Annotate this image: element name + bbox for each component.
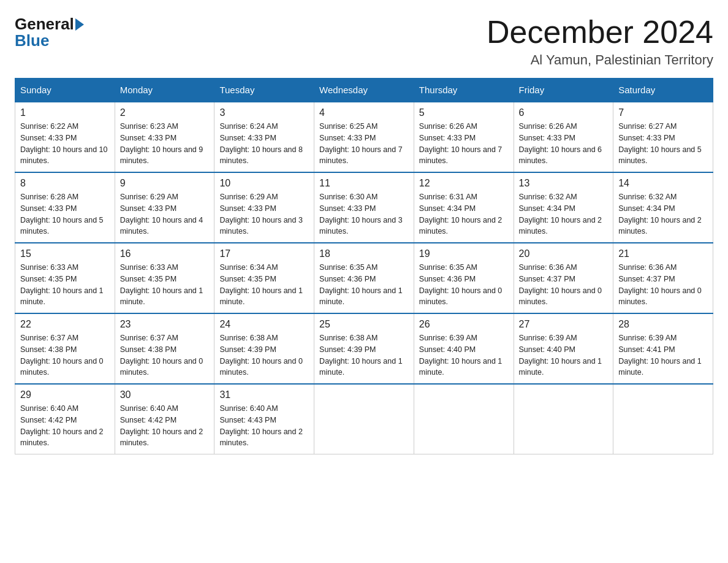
calendar-week-row: 22 Sunrise: 6:37 AMSunset: 4:38 PMDaylig… (15, 313, 713, 384)
day-info: Sunrise: 6:38 AMSunset: 4:39 PMDaylight:… (319, 334, 403, 377)
day-number: 11 (319, 178, 409, 189)
page-header: General Blue December 2024 Al Yamun, Pal… (15, 15, 713, 68)
calendar-cell: 26 Sunrise: 6:39 AMSunset: 4:40 PMDaylig… (414, 313, 514, 384)
day-number: 12 (419, 178, 509, 189)
calendar-cell: 16 Sunrise: 6:33 AMSunset: 4:35 PMDaylig… (115, 243, 214, 313)
calendar-cell (514, 384, 613, 454)
month-title: December 2024 (487, 15, 713, 50)
day-info: Sunrise: 6:29 AMSunset: 4:33 PMDaylight:… (120, 193, 203, 236)
calendar-week-row: 29 Sunrise: 6:40 AMSunset: 4:42 PMDaylig… (15, 384, 713, 454)
calendar-header-monday: Monday (115, 79, 214, 102)
calendar-cell: 11 Sunrise: 6:30 AMSunset: 4:33 PMDaylig… (314, 172, 414, 243)
day-number: 26 (419, 319, 509, 330)
day-info: Sunrise: 6:25 AMSunset: 4:33 PMDaylight:… (319, 122, 403, 165)
title-block: December 2024 Al Yamun, Palestinian Terr… (487, 15, 713, 68)
calendar-cell: 18 Sunrise: 6:35 AMSunset: 4:36 PMDaylig… (314, 243, 414, 313)
day-number: 4 (319, 107, 409, 118)
calendar-cell: 6 Sunrise: 6:26 AMSunset: 4:33 PMDayligh… (514, 102, 613, 172)
calendar-header-tuesday: Tuesday (214, 79, 314, 102)
day-number: 24 (219, 319, 309, 330)
calendar-header-sunday: Sunday (15, 79, 115, 102)
calendar-header-wednesday: Wednesday (314, 79, 414, 102)
day-info: Sunrise: 6:31 AMSunset: 4:34 PMDaylight:… (419, 193, 502, 236)
logo-arrow-icon (75, 18, 84, 31)
day-info: Sunrise: 6:32 AMSunset: 4:34 PMDaylight:… (519, 193, 602, 236)
day-number: 17 (219, 248, 309, 259)
day-info: Sunrise: 6:35 AMSunset: 4:36 PMDaylight:… (419, 263, 502, 306)
calendar-header-thursday: Thursday (414, 79, 514, 102)
day-number: 2 (120, 107, 210, 118)
calendar-cell: 23 Sunrise: 6:37 AMSunset: 4:38 PMDaylig… (115, 313, 214, 384)
day-number: 28 (618, 319, 708, 330)
location-subtitle: Al Yamun, Palestinian Territory (487, 52, 713, 68)
calendar-cell: 12 Sunrise: 6:31 AMSunset: 4:34 PMDaylig… (414, 172, 514, 243)
day-info: Sunrise: 6:29 AMSunset: 4:33 PMDaylight:… (219, 193, 303, 236)
calendar-cell: 20 Sunrise: 6:36 AMSunset: 4:37 PMDaylig… (514, 243, 613, 313)
calendar-cell: 5 Sunrise: 6:26 AMSunset: 4:33 PMDayligh… (414, 102, 514, 172)
calendar-week-row: 8 Sunrise: 6:28 AMSunset: 4:33 PMDayligh… (15, 172, 713, 243)
day-info: Sunrise: 6:24 AMSunset: 4:33 PMDaylight:… (219, 122, 303, 165)
day-number: 10 (219, 178, 309, 189)
day-info: Sunrise: 6:27 AMSunset: 4:33 PMDaylight:… (618, 122, 702, 165)
calendar-table: SundayMondayTuesdayWednesdayThursdayFrid… (15, 78, 713, 454)
calendar-cell: 14 Sunrise: 6:32 AMSunset: 4:34 PMDaylig… (613, 172, 713, 243)
day-info: Sunrise: 6:36 AMSunset: 4:37 PMDaylight:… (618, 263, 702, 306)
day-info: Sunrise: 6:30 AMSunset: 4:33 PMDaylight:… (319, 193, 403, 236)
calendar-week-row: 15 Sunrise: 6:33 AMSunset: 4:35 PMDaylig… (15, 243, 713, 313)
calendar-cell (414, 384, 514, 454)
day-info: Sunrise: 6:26 AMSunset: 4:33 PMDaylight:… (519, 122, 602, 165)
day-number: 6 (519, 107, 609, 118)
day-number: 27 (519, 319, 609, 330)
day-number: 30 (120, 389, 210, 400)
day-info: Sunrise: 6:38 AMSunset: 4:39 PMDaylight:… (219, 334, 303, 377)
calendar-header-saturday: Saturday (613, 79, 713, 102)
day-number: 5 (419, 107, 509, 118)
day-number: 18 (319, 248, 409, 259)
day-info: Sunrise: 6:40 AMSunset: 4:42 PMDaylight:… (20, 404, 104, 447)
day-info: Sunrise: 6:39 AMSunset: 4:40 PMDaylight:… (419, 334, 502, 377)
day-number: 19 (419, 248, 509, 259)
calendar-cell (314, 384, 414, 454)
day-number: 14 (618, 178, 708, 189)
calendar-cell: 7 Sunrise: 6:27 AMSunset: 4:33 PMDayligh… (613, 102, 713, 172)
day-number: 22 (20, 319, 110, 330)
calendar-header-row: SundayMondayTuesdayWednesdayThursdayFrid… (15, 79, 713, 102)
logo: General Blue (15, 15, 84, 50)
day-number: 29 (20, 389, 110, 400)
day-number: 20 (519, 248, 609, 259)
calendar-cell: 17 Sunrise: 6:34 AMSunset: 4:35 PMDaylig… (214, 243, 314, 313)
day-info: Sunrise: 6:40 AMSunset: 4:43 PMDaylight:… (219, 404, 303, 447)
calendar-cell: 15 Sunrise: 6:33 AMSunset: 4:35 PMDaylig… (15, 243, 115, 313)
day-info: Sunrise: 6:36 AMSunset: 4:37 PMDaylight:… (519, 263, 602, 306)
calendar-cell: 13 Sunrise: 6:32 AMSunset: 4:34 PMDaylig… (514, 172, 613, 243)
day-info: Sunrise: 6:26 AMSunset: 4:33 PMDaylight:… (419, 122, 502, 165)
day-info: Sunrise: 6:33 AMSunset: 4:35 PMDaylight:… (120, 263, 203, 306)
day-number: 9 (120, 178, 210, 189)
day-info: Sunrise: 6:33 AMSunset: 4:35 PMDaylight:… (20, 263, 104, 306)
day-info: Sunrise: 6:34 AMSunset: 4:35 PMDaylight:… (219, 263, 303, 306)
day-number: 13 (519, 178, 609, 189)
calendar-header-friday: Friday (514, 79, 613, 102)
calendar-week-row: 1 Sunrise: 6:22 AMSunset: 4:33 PMDayligh… (15, 102, 713, 172)
calendar-cell: 27 Sunrise: 6:39 AMSunset: 4:40 PMDaylig… (514, 313, 613, 384)
calendar-cell: 3 Sunrise: 6:24 AMSunset: 4:33 PMDayligh… (214, 102, 314, 172)
logo-blue-text: Blue (15, 31, 49, 50)
day-info: Sunrise: 6:39 AMSunset: 4:40 PMDaylight:… (519, 334, 602, 377)
calendar-cell: 24 Sunrise: 6:38 AMSunset: 4:39 PMDaylig… (214, 313, 314, 384)
calendar-cell: 10 Sunrise: 6:29 AMSunset: 4:33 PMDaylig… (214, 172, 314, 243)
calendar-cell: 9 Sunrise: 6:29 AMSunset: 4:33 PMDayligh… (115, 172, 214, 243)
calendar-cell: 2 Sunrise: 6:23 AMSunset: 4:33 PMDayligh… (115, 102, 214, 172)
day-number: 25 (319, 319, 409, 330)
calendar-cell: 30 Sunrise: 6:40 AMSunset: 4:42 PMDaylig… (115, 384, 214, 454)
calendar-cell: 4 Sunrise: 6:25 AMSunset: 4:33 PMDayligh… (314, 102, 414, 172)
day-number: 23 (120, 319, 210, 330)
day-number: 1 (20, 107, 110, 118)
day-info: Sunrise: 6:22 AMSunset: 4:33 PMDaylight:… (20, 122, 107, 165)
day-number: 16 (120, 248, 210, 259)
day-info: Sunrise: 6:37 AMSunset: 4:38 PMDaylight:… (20, 334, 104, 377)
calendar-cell: 19 Sunrise: 6:35 AMSunset: 4:36 PMDaylig… (414, 243, 514, 313)
day-number: 31 (219, 389, 309, 400)
calendar-cell: 29 Sunrise: 6:40 AMSunset: 4:42 PMDaylig… (15, 384, 115, 454)
day-info: Sunrise: 6:23 AMSunset: 4:33 PMDaylight:… (120, 122, 203, 165)
day-info: Sunrise: 6:39 AMSunset: 4:41 PMDaylight:… (618, 334, 702, 377)
